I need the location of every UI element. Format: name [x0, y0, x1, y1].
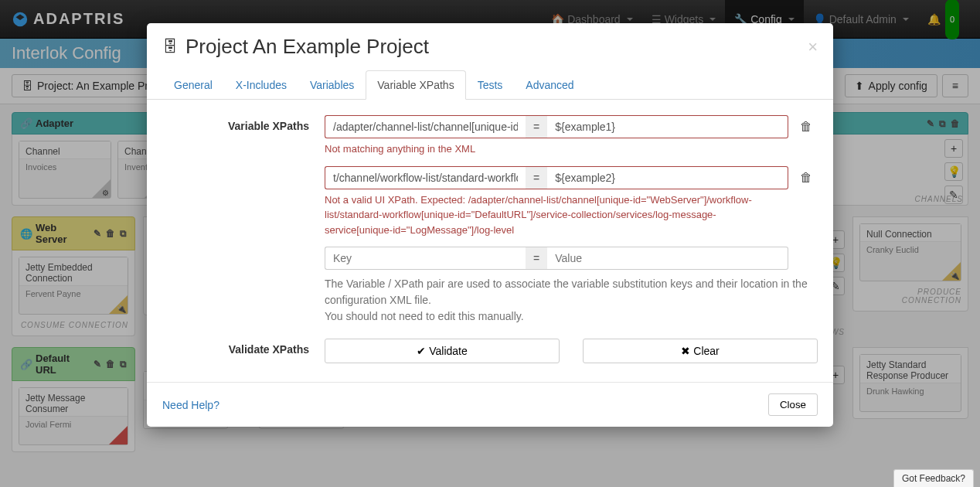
modal-body: Variable XPaths = 🗑 Not matching anythin…	[147, 100, 833, 382]
delete-row-button[interactable]: 🗑	[795, 166, 818, 189]
modal-title: Project An Example Project	[185, 35, 429, 59]
xpath-val-input-0[interactable]	[547, 115, 788, 138]
validate-xpaths-label: Validate XPaths	[162, 339, 325, 356]
xpath-key-input-0[interactable]	[325, 115, 526, 138]
xpath-error-0: Not matching anything in the XML	[325, 141, 757, 157]
delete-row-button[interactable]: 🗑	[795, 115, 818, 138]
modal-tabs: General X-Includes Variables Variable XP…	[147, 70, 833, 100]
check-icon: ✔	[417, 345, 426, 357]
xpath-key-input-new[interactable]	[325, 247, 526, 270]
validate-button[interactable]: ✔Validate	[325, 339, 560, 363]
equals-separator: =	[526, 247, 547, 270]
feedback-button[interactable]: Got Feedback?	[893, 469, 974, 487]
tab-variables[interactable]: Variables	[298, 70, 366, 100]
close-icon[interactable]: ×	[808, 37, 818, 57]
xpath-key-input-1[interactable]	[325, 166, 526, 189]
equals-separator: =	[526, 115, 547, 138]
help-text-2: You should not need to edit this manuall…	[325, 308, 818, 325]
modal-footer: Need Help? Close	[147, 382, 833, 427]
archive-icon: 🗄	[162, 38, 178, 56]
xpath-error-1: Not a valid UI XPath. Expected: /adapter…	[325, 192, 757, 238]
modal-header: 🗄 Project An Example Project ×	[147, 23, 833, 70]
need-help-link[interactable]: Need Help?	[162, 399, 219, 411]
clear-button[interactable]: ✖Clear	[583, 339, 818, 363]
close-button[interactable]: Close	[768, 393, 818, 416]
trash-icon: 🗑	[800, 120, 812, 134]
project-modal: 🗄 Project An Example Project × General X…	[147, 23, 833, 427]
tab-variable-xpaths[interactable]: Variable XPaths	[366, 70, 465, 100]
tab-tests[interactable]: Tests	[466, 70, 515, 100]
trash-icon: 🗑	[800, 171, 812, 185]
tab-advanced[interactable]: Advanced	[514, 70, 585, 100]
equals-separator: =	[526, 166, 547, 189]
tab-xincludes[interactable]: X-Includes	[224, 70, 298, 100]
x-icon: ✖	[681, 345, 690, 357]
xpath-val-input-1[interactable]	[547, 166, 788, 189]
variable-xpaths-label: Variable XPaths	[162, 115, 325, 132]
xpath-val-input-new[interactable]	[547, 247, 788, 270]
tab-general[interactable]: General	[162, 70, 224, 100]
help-text-1: The Variable / XPath pair are used to as…	[325, 276, 818, 308]
